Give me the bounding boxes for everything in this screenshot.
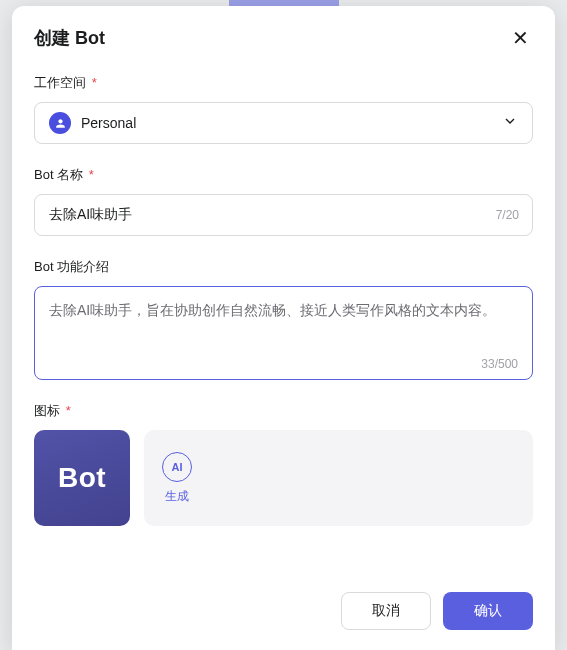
workspace-label: 工作空间 *	[34, 74, 533, 92]
field-workspace: 工作空间 * Personal	[34, 74, 533, 144]
field-description: Bot 功能介绍 去除AI味助手，旨在协助创作自然流畅、接近人类写作风格的文本内…	[34, 258, 533, 380]
modal-header: 创建 Bot ✕	[12, 6, 555, 64]
description-textarea[interactable]: 去除AI味助手，旨在协助创作自然流畅、接近人类写作风格的文本内容。	[49, 299, 518, 351]
icon-options-panel: AI 生成	[144, 430, 533, 526]
icon-preview-text: Bot	[58, 462, 106, 494]
field-bot-name: Bot 名称 * 7/20	[34, 166, 533, 236]
close-icon[interactable]: ✕	[508, 24, 533, 52]
icon-label: 图标 *	[34, 402, 533, 420]
icon-preview[interactable]: Bot	[34, 430, 130, 526]
field-icon: 图标 * Bot AI 生成	[34, 402, 533, 526]
person-icon	[49, 112, 71, 134]
required-mark: *	[89, 167, 94, 182]
description-counter: 33/500	[481, 357, 518, 371]
icon-row: Bot AI 生成	[34, 430, 533, 526]
required-mark: *	[66, 403, 71, 418]
chevron-down-icon	[502, 113, 518, 133]
icon-label-text: 图标	[34, 403, 60, 418]
ai-icon: AI	[162, 452, 192, 482]
bot-name-label: Bot 名称 *	[34, 166, 533, 184]
modal-body: 工作空间 * Personal Bot 名称 *	[12, 64, 555, 578]
workspace-select-value: Personal	[49, 112, 136, 134]
confirm-button[interactable]: 确认	[443, 592, 533, 630]
bot-name-counter: 7/20	[496, 208, 519, 222]
cancel-button[interactable]: 取消	[341, 592, 431, 630]
bot-name-input[interactable]	[34, 194, 533, 236]
workspace-selected-text: Personal	[81, 115, 136, 131]
ai-badge-text: AI	[172, 461, 183, 473]
required-mark: *	[92, 75, 97, 90]
workspace-select[interactable]: Personal	[34, 102, 533, 144]
workspace-label-text: 工作空间	[34, 75, 86, 90]
generate-label: 生成	[165, 488, 189, 505]
description-textarea-wrap: 去除AI味助手，旨在协助创作自然流畅、接近人类写作风格的文本内容。 33/500	[34, 286, 533, 380]
generate-icon-button[interactable]: AI 生成	[162, 452, 192, 505]
description-label-text: Bot 功能介绍	[34, 259, 109, 274]
bot-name-input-wrap: 7/20	[34, 194, 533, 236]
bot-name-label-text: Bot 名称	[34, 167, 83, 182]
create-bot-modal: 创建 Bot ✕ 工作空间 * Personal	[12, 6, 555, 650]
description-label: Bot 功能介绍	[34, 258, 533, 276]
modal-title: 创建 Bot	[34, 26, 105, 50]
modal-footer: 取消 确认	[12, 578, 555, 650]
